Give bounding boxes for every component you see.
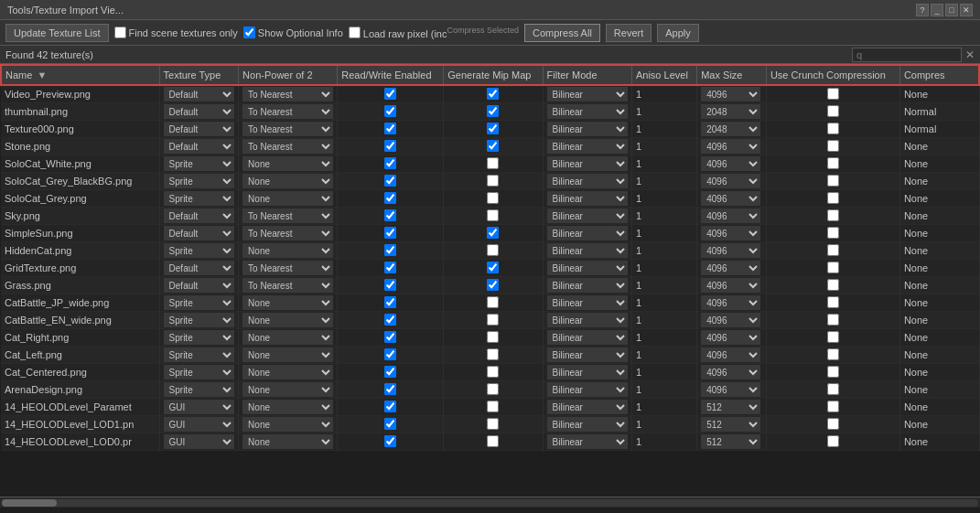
cell-type[interactable]: DefaultSpriteGUINormal mapSingle Channel… [159, 381, 239, 399]
cell-rw[interactable] [338, 173, 444, 190]
cell-filter[interactable]: PointBilinearTrilinear [543, 347, 631, 364]
cell-crunch[interactable] [766, 329, 899, 347]
cell-rw[interactable] [338, 138, 444, 155]
cell-maxsize[interactable]: 32641282565121024204840968192 [697, 121, 767, 138]
cell-nonpow[interactable]: NoneTo NearestTo LargerTo Smaller [239, 294, 338, 312]
cell-crunch[interactable] [766, 155, 899, 173]
cell-filter[interactable]: PointBilinearTrilinear [543, 242, 631, 260]
cell-crunch[interactable] [766, 85, 899, 103]
cell-type[interactable]: DefaultSpriteGUINormal mapSingle Channel… [159, 347, 239, 364]
cell-crunch[interactable] [766, 121, 899, 138]
cell-nonpow[interactable]: NoneTo NearestTo LargerTo Smaller [239, 416, 338, 433]
cell-maxsize[interactable]: 32641282565121024204840968192 [697, 85, 767, 103]
cell-rw[interactable] [338, 416, 444, 433]
cell-type[interactable]: DefaultSpriteGUINormal mapSingle Channel… [159, 260, 239, 277]
col-header-rw[interactable]: Read/Write Enabled [338, 65, 444, 85]
cell-rw[interactable] [338, 312, 444, 329]
find-scene-textures-checkbox[interactable]: Find scene textures only [114, 27, 238, 38]
search-input[interactable] [852, 48, 962, 62]
title-bar-minimize-btn[interactable]: _ [931, 4, 943, 16]
cell-crunch[interactable] [766, 138, 899, 155]
cell-mip[interactable] [444, 399, 543, 416]
cell-rw[interactable] [338, 225, 444, 242]
cell-mip[interactable] [444, 190, 543, 208]
cell-crunch[interactable] [766, 381, 899, 399]
cell-filter[interactable]: PointBilinearTrilinear [543, 364, 631, 381]
horizontal-scrollbar[interactable] [2, 499, 978, 507]
cell-rw[interactable] [338, 399, 444, 416]
revert-button[interactable]: Revert [606, 24, 652, 42]
cell-maxsize[interactable]: 32641282565121024204840968192 [697, 260, 767, 277]
col-header-nonpow[interactable]: Non-Power of 2 [239, 65, 338, 85]
cell-filter[interactable]: PointBilinearTrilinear [543, 294, 631, 312]
col-header-filter[interactable]: Filter Mode [543, 65, 631, 85]
cell-rw[interactable] [338, 190, 444, 208]
show-optional-info-checkbox[interactable]: Show Optional Info [243, 27, 343, 38]
cell-maxsize[interactable]: 32641282565121024204840968192 [697, 225, 767, 242]
cell-nonpow[interactable]: NoneTo NearestTo LargerTo Smaller [239, 433, 338, 451]
cell-filter[interactable]: PointBilinearTrilinear [543, 329, 631, 347]
cell-nonpow[interactable]: NoneTo NearestTo LargerTo Smaller [239, 242, 338, 260]
cell-maxsize[interactable]: 32641282565121024204840968192 [697, 190, 767, 208]
cell-crunch[interactable] [766, 433, 899, 451]
cell-nonpow[interactable]: NoneTo NearestTo LargerTo Smaller [239, 103, 338, 121]
cell-nonpow[interactable]: NoneTo NearestTo LargerTo Smaller [239, 329, 338, 347]
cell-crunch[interactable] [766, 208, 899, 225]
cell-maxsize[interactable]: 32641282565121024204840968192 [697, 173, 767, 190]
cell-type[interactable]: DefaultSpriteGUINormal mapSingle Channel… [159, 277, 239, 294]
cell-rw[interactable] [338, 329, 444, 347]
cell-filter[interactable]: PointBilinearTrilinear [543, 433, 631, 451]
cell-mip[interactable] [444, 173, 543, 190]
col-header-crunch[interactable]: Use Crunch Compression [766, 65, 899, 85]
search-clear-icon[interactable]: ✕ [965, 48, 975, 61]
cell-nonpow[interactable]: NoneTo NearestTo LargerTo Smaller [239, 381, 338, 399]
cell-rw[interactable] [338, 381, 444, 399]
cell-filter[interactable]: PointBilinearTrilinear [543, 155, 631, 173]
cell-nonpow[interactable]: NoneTo NearestTo LargerTo Smaller [239, 312, 338, 329]
cell-type[interactable]: DefaultSpriteGUINormal mapSingle Channel… [159, 399, 239, 416]
cell-filter[interactable]: PointBilinearTrilinear [543, 85, 631, 103]
cell-maxsize[interactable]: 32641282565121024204840968192 [697, 381, 767, 399]
cell-mip[interactable] [444, 155, 543, 173]
cell-rw[interactable] [338, 242, 444, 260]
cell-mip[interactable] [444, 242, 543, 260]
cell-mip[interactable] [444, 138, 543, 155]
cell-filter[interactable]: PointBilinearTrilinear [543, 173, 631, 190]
cell-filter[interactable]: PointBilinearTrilinear [543, 312, 631, 329]
title-bar-question-btn[interactable]: ? [916, 4, 929, 16]
cell-maxsize[interactable]: 32641282565121024204840968192 [697, 347, 767, 364]
cell-filter[interactable]: PointBilinearTrilinear [543, 121, 631, 138]
cell-maxsize[interactable]: 32641282565121024204840968192 [697, 329, 767, 347]
cell-crunch[interactable] [766, 399, 899, 416]
cell-type[interactable]: DefaultSpriteGUINormal mapSingle Channel… [159, 294, 239, 312]
cell-maxsize[interactable]: 32641282565121024204840968192 [697, 242, 767, 260]
cell-nonpow[interactable]: NoneTo NearestTo LargerTo Smaller [239, 208, 338, 225]
cell-filter[interactable]: PointBilinearTrilinear [543, 399, 631, 416]
cell-nonpow[interactable]: NoneTo NearestTo LargerTo Smaller [239, 173, 338, 190]
cell-type[interactable]: DefaultSpriteGUINormal mapSingle Channel… [159, 433, 239, 451]
title-bar-controls[interactable]: ? _ □ ✕ [916, 4, 973, 16]
cell-mip[interactable] [444, 364, 543, 381]
cell-crunch[interactable] [766, 294, 899, 312]
cell-type[interactable]: DefaultSpriteGUINormal mapSingle Channel… [159, 121, 239, 138]
cell-filter[interactable]: PointBilinearTrilinear [543, 190, 631, 208]
cell-nonpow[interactable]: NoneTo NearestTo LargerTo Smaller [239, 347, 338, 364]
cell-nonpow[interactable]: NoneTo NearestTo LargerTo Smaller [239, 85, 338, 103]
compress-all-button[interactable]: Compress All [524, 24, 600, 42]
cell-filter[interactable]: PointBilinearTrilinear [543, 103, 631, 121]
cell-mip[interactable] [444, 260, 543, 277]
cell-crunch[interactable] [766, 190, 899, 208]
cell-nonpow[interactable]: NoneTo NearestTo LargerTo Smaller [239, 190, 338, 208]
cell-mip[interactable] [444, 103, 543, 121]
cell-maxsize[interactable]: 32641282565121024204840968192 [697, 294, 767, 312]
cell-mip[interactable] [444, 225, 543, 242]
apply-button[interactable]: Apply [657, 24, 699, 42]
cell-type[interactable]: DefaultSpriteGUINormal mapSingle Channel… [159, 155, 239, 173]
cell-maxsize[interactable]: 32641282565121024204840968192 [697, 433, 767, 451]
cell-crunch[interactable] [766, 173, 899, 190]
cell-mip[interactable] [444, 416, 543, 433]
cell-nonpow[interactable]: NoneTo NearestTo LargerTo Smaller [239, 121, 338, 138]
bottom-scrollbar[interactable] [0, 497, 980, 508]
cell-nonpow[interactable]: NoneTo NearestTo LargerTo Smaller [239, 399, 338, 416]
cell-maxsize[interactable]: 32641282565121024204840968192 [697, 208, 767, 225]
